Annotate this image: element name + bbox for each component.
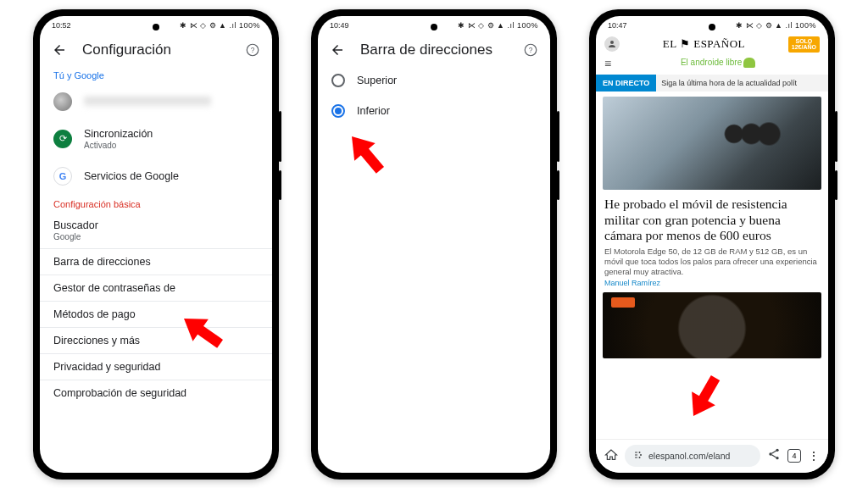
screen-2: 10:49 ✱ ⋉ ◇ ⚙ ▲ .ıl 100% Barra de direcc… (318, 16, 550, 473)
radio-label: Inferior (357, 105, 390, 117)
status-right: ✱ ⋉ ◇ ⚙ ▲ .ıl 100% (180, 21, 260, 30)
promo-badge[interactable]: SOLO 12€/AÑO (788, 36, 820, 53)
article-author[interactable]: Manuel Ramírez (596, 279, 828, 291)
site-settings-icon[interactable] (633, 450, 643, 462)
site-header: EL ⚑ ESPAÑOL SOLO 12€/AÑO (596, 33, 828, 56)
annotation-arrow-icon (685, 371, 726, 421)
google-services-label: Servicios de Google (84, 170, 179, 182)
avatar-icon[interactable] (604, 36, 620, 52)
radio-label: Superior (357, 75, 397, 86)
section-you-google: Tú y Google (40, 65, 272, 84)
screen-3: 10:47 ✱ ⋉ ◇ ⚙ ▲ .ıl 100% EL ⚑ ESPAÑOL SO… (596, 16, 828, 473)
share-icon[interactable] (767, 447, 781, 464)
hamburger-icon[interactable]: ≡ (604, 57, 611, 70)
setting-direcciones[interactable]: Direcciones y más (40, 328, 272, 353)
svg-point-8 (639, 452, 641, 453)
live-tag: EN DIRECTO (596, 75, 656, 92)
svg-rect-7 (635, 458, 637, 458)
account-row[interactable] (40, 84, 272, 119)
setting-title: Gestor de contraseñas de (53, 282, 175, 294)
radio-inferior[interactable]: Inferior (318, 96, 550, 126)
setting-buscador[interactable]: Buscador Google (40, 213, 272, 248)
section-basic: Configuración básica (40, 194, 272, 213)
setting-pago[interactable]: Métodos de pago (40, 302, 272, 327)
page-title: Configuración (82, 42, 171, 58)
annotation-arrow-icon (344, 130, 389, 178)
camera-hole (153, 24, 159, 30)
camera-hole (709, 24, 715, 30)
radio-superior[interactable]: Superior (318, 65, 550, 96)
setting-title: Direcciones y más (53, 335, 140, 347)
sync-title: Sincronización (84, 128, 153, 140)
address-bar[interactable]: elespanol.com/eland (625, 445, 760, 467)
article-secondary-image[interactable] (603, 292, 821, 358)
menu-icon[interactable]: ⋮ (808, 449, 820, 463)
setting-barra-direcciones[interactable]: Barra de direcciones (40, 249, 272, 274)
svg-point-4 (610, 41, 614, 44)
status-time: 10:47 (608, 21, 627, 30)
google-icon: G (53, 167, 72, 186)
status-right: ✱ ⋉ ◇ ⚙ ▲ .ıl 100% (458, 21, 538, 30)
setting-title: Comprobación de seguridad (53, 387, 186, 399)
setting-title: Barra de direcciones (53, 256, 151, 268)
home-icon[interactable] (604, 448, 618, 464)
svg-text:?: ? (529, 47, 533, 54)
setting-sub: Google (53, 232, 98, 241)
setting-title: Buscador (53, 219, 98, 231)
app-bar: Barra de direcciones ? (318, 33, 550, 65)
phone-frame-3: 10:47 ✱ ⋉ ◇ ⚙ ▲ .ıl 100% EL ⚑ ESPAÑOL SO… (589, 9, 835, 480)
help-icon[interactable]: ? (245, 42, 260, 58)
svg-point-9 (640, 454, 642, 456)
car-graphic (611, 297, 635, 308)
avatar-icon (53, 92, 72, 111)
svg-text:?: ? (251, 47, 255, 54)
screen-1: 10:52 ✱ ⋉ ◇ ⚙ ▲ .ıl 100% Configuración ?… (40, 16, 272, 473)
live-text: Siga la última hora de la actualidad pol… (656, 75, 828, 92)
status-time: 10:49 (330, 21, 349, 30)
setting-comprobacion[interactable]: Comprobación de seguridad (40, 380, 272, 406)
setting-title: Privacidad y seguridad (53, 361, 160, 373)
back-icon[interactable] (330, 42, 345, 58)
app-bar: Configuración ? (40, 33, 272, 65)
help-icon[interactable]: ? (523, 42, 538, 58)
google-services-row[interactable]: G Servicios de Google (40, 158, 272, 194)
setting-privacidad[interactable]: Privacidad y seguridad (40, 354, 272, 380)
radio-icon (331, 74, 345, 87)
sub-brand[interactable]: El androide libre (616, 56, 820, 71)
svg-rect-5 (635, 452, 637, 453)
phone-frame-2: 10:49 ✱ ⋉ ◇ ⚙ ▲ .ıl 100% Barra de direcc… (311, 9, 557, 480)
setting-gestor[interactable]: Gestor de contraseñas de (40, 275, 272, 301)
live-ticker[interactable]: EN DIRECTO Siga la última hora de la act… (596, 75, 828, 92)
radio-icon (331, 104, 345, 118)
status-right: ✱ ⋉ ◇ ⚙ ▲ .ıl 100% (736, 21, 816, 30)
status-time: 10:52 (52, 21, 71, 30)
url-text: elespanol.com/eland (648, 451, 730, 461)
account-name-blurred (84, 97, 211, 107)
sync-sub: Activado (84, 141, 153, 150)
browser-bottom-bar: elespanol.com/eland 4 ⋮ (596, 439, 828, 473)
phone-frame-1: 10:52 ✱ ⋉ ◇ ⚙ ▲ .ıl 100% Configuración ?… (33, 9, 279, 480)
sync-icon: ⟳ (53, 130, 72, 148)
article-headline[interactable]: He probado el móvil de resistencia milit… (596, 195, 828, 247)
android-icon (743, 58, 755, 68)
svg-rect-6 (635, 455, 637, 456)
site-logo[interactable]: EL ⚑ ESPAÑOL (663, 37, 745, 51)
setting-title: Métodos de pago (53, 308, 136, 320)
svg-point-10 (639, 457, 641, 458)
article-excerpt: El Motorola Edge 50, de 12 GB de RAM y 5… (596, 247, 828, 279)
tabs-icon[interactable]: 4 (787, 449, 801, 463)
article-hero-image[interactable] (603, 97, 821, 190)
camera-hole (431, 24, 437, 30)
page-title: Barra de direcciones (360, 42, 492, 58)
back-icon[interactable] (52, 42, 67, 58)
sync-row[interactable]: ⟳ Sincronización Activado (40, 119, 272, 158)
